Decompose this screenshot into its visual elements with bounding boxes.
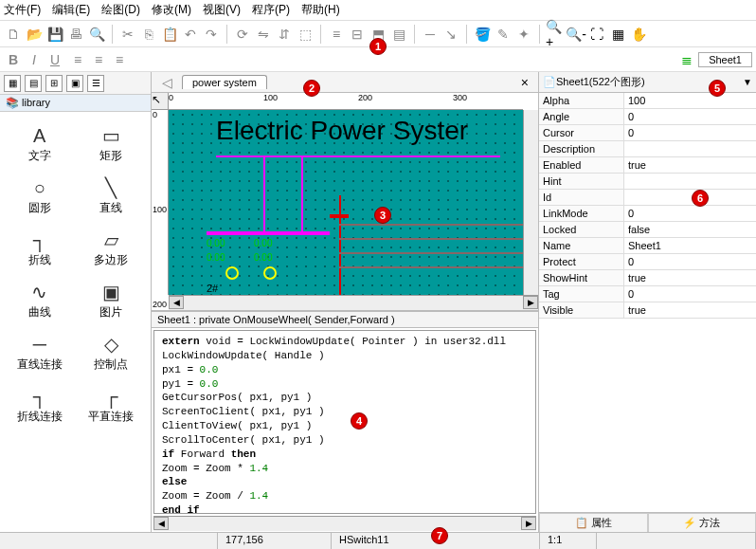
- ruler-vertical: 0100200: [152, 110, 169, 295]
- lib-btn-4[interactable]: ▣: [66, 75, 83, 92]
- layer-icon[interactable]: ▤: [389, 25, 408, 44]
- prop-row-ShowHint[interactable]: ShowHinttrue: [539, 270, 756, 286]
- prop-row-Angle[interactable]: Angle0: [539, 109, 756, 125]
- menu-edit[interactable]: 编辑(E): [52, 2, 90, 18]
- tab-prev-icon[interactable]: ◁: [157, 73, 176, 92]
- distribute-icon[interactable]: ⊟: [348, 25, 367, 44]
- prop-row-Cursor[interactable]: Cursor0: [539, 125, 756, 141]
- prop-row-Visible[interactable]: Visibletrue: [539, 302, 756, 319]
- drawing-canvas[interactable]: Electric Power Syster 0.00 0: [169, 110, 523, 295]
- lib-btn-3[interactable]: ⊞: [45, 75, 63, 92]
- palette-直线连接[interactable]: ─直线连接: [4, 326, 76, 378]
- menu-help[interactable]: 帮助(H): [301, 2, 340, 18]
- menu-draw[interactable]: 绘图(D): [101, 2, 140, 18]
- palette-折线连接[interactable]: ┐折线连接: [4, 378, 76, 430]
- lib-btn-5[interactable]: ☰: [87, 75, 104, 92]
- menu-view[interactable]: 视图(V): [203, 2, 241, 18]
- palette-图片[interactable]: ▣图片: [76, 274, 148, 326]
- underline-icon[interactable]: U: [45, 50, 64, 69]
- prop-row-LinkMode[interactable]: LinkMode0: [539, 206, 756, 222]
- prop-row-Enabled[interactable]: Enabledtrue: [539, 157, 756, 174]
- layers-icon[interactable]: ≣: [677, 50, 696, 69]
- preview-icon[interactable]: 🔍: [87, 25, 106, 44]
- library-panel: ▦ ▤ ⊞ ▣ ☰ 📚 library A文字▭矩形○圆形╲直线┐折线▱多边形∿…: [0, 72, 152, 533]
- effects-icon[interactable]: ✦: [514, 25, 533, 44]
- lib-btn-2[interactable]: ▤: [25, 75, 42, 92]
- prop-row-Id[interactable]: Id: [539, 190, 756, 206]
- prop-row-Locked[interactable]: Lockedfalse: [539, 222, 756, 238]
- palette-直线[interactable]: ╲直线: [76, 170, 148, 222]
- group-icon[interactable]: ⬚: [296, 25, 315, 44]
- palette-文字[interactable]: A文字: [4, 118, 76, 170]
- marker-3: 3: [374, 207, 391, 224]
- align-left-icon[interactable]: ≡: [68, 50, 87, 69]
- shape-palette: A文字▭矩形○圆形╲直线┐折线▱多边形∿曲线▣图片─直线连接◇控制点┐折线连接┌…: [0, 112, 151, 533]
- undo-icon[interactable]: ↶: [181, 25, 200, 44]
- menu-modify[interactable]: 修改(M): [152, 2, 191, 18]
- code-scroll-right-icon[interactable]: ▶: [521, 517, 536, 530]
- palette-多边形[interactable]: ▱多边形: [76, 222, 148, 274]
- center-area: ◁ power system × ↖ 0100200300 0100200 El…: [152, 72, 538, 533]
- status-bar: 177,156 HSwitch11 1:1: [0, 532, 756, 549]
- flip-v-icon[interactable]: ⇵: [275, 25, 294, 44]
- properties-tab-button[interactable]: 📋 属性: [539, 513, 648, 533]
- palette-折线[interactable]: ┐折线: [4, 222, 76, 274]
- canvas-area: ↖ 0100200300 0100200 Electric Power Syst…: [152, 93, 538, 311]
- new-icon[interactable]: 🗋: [4, 25, 23, 44]
- code-editor[interactable]: extern void = LockWindowUpdate( Pointer …: [153, 330, 536, 514]
- code-scroll-left-icon[interactable]: ◀: [153, 517, 169, 530]
- save-icon[interactable]: 💾: [45, 25, 64, 44]
- prop-row-Description[interactable]: Description: [539, 141, 756, 157]
- menu-file[interactable]: 文件(F): [4, 2, 41, 18]
- properties-table[interactable]: Alpha100Angle0Cursor0DescriptionEnabledt…: [539, 93, 756, 512]
- flip-h-icon[interactable]: ⇋: [254, 25, 273, 44]
- palette-曲线[interactable]: ∿曲线: [4, 274, 76, 326]
- stroke-icon[interactable]: ✎: [494, 25, 513, 44]
- sheet-tab[interactable]: Sheet1: [698, 52, 752, 67]
- copy-icon[interactable]: ⎘: [139, 25, 158, 44]
- align-center-icon[interactable]: ≡: [89, 50, 108, 69]
- redo-icon[interactable]: ↷: [202, 25, 221, 44]
- dropdown-icon[interactable]: ▼: [743, 77, 752, 87]
- prop-row-Name[interactable]: NameSheet1: [539, 238, 756, 254]
- prop-row-Hint[interactable]: Hint: [539, 174, 756, 190]
- rotate-icon[interactable]: ⟳: [233, 25, 252, 44]
- cut-icon[interactable]: ✂: [118, 25, 137, 44]
- scroll-left-icon[interactable]: ◀: [169, 296, 184, 309]
- arrow-icon[interactable]: ↘: [441, 25, 460, 44]
- lib-btn-1[interactable]: ▦: [4, 75, 21, 92]
- canvas-scrollbar-v[interactable]: [523, 110, 538, 295]
- palette-矩形[interactable]: ▭矩形: [76, 118, 148, 170]
- ruler-horizontal: 0100200300: [169, 93, 523, 110]
- document-tab[interactable]: power system: [182, 75, 267, 89]
- zoom-fit-icon[interactable]: ⛶: [587, 25, 606, 44]
- scroll-right-icon[interactable]: ▶: [523, 296, 538, 309]
- align-icon[interactable]: ≡: [327, 25, 346, 44]
- palette-控制点[interactable]: ◇控制点: [76, 326, 148, 378]
- prop-row-Protect[interactable]: Protect0: [539, 254, 756, 270]
- prop-row-Tag[interactable]: Tag0: [539, 286, 756, 302]
- marker-5: 5: [709, 80, 726, 97]
- palette-平直连接[interactable]: ┌平直连接: [76, 378, 148, 430]
- bold-icon[interactable]: B: [4, 50, 23, 69]
- marker-2: 2: [303, 80, 320, 97]
- open-icon[interactable]: 📂: [25, 25, 44, 44]
- zoom-out-icon[interactable]: 🔍-: [567, 25, 585, 44]
- fill-icon[interactable]: 🪣: [473, 25, 492, 44]
- pan-icon[interactable]: ✋: [629, 25, 648, 44]
- grid-icon[interactable]: ▦: [608, 25, 627, 44]
- italic-icon[interactable]: I: [25, 50, 44, 69]
- tab-close-icon[interactable]: ×: [517, 75, 532, 90]
- prop-row-Alpha[interactable]: Alpha100: [539, 93, 756, 109]
- code-scrollbar-h[interactable]: ◀ ▶: [153, 516, 536, 531]
- menu-program[interactable]: 程序(P): [252, 2, 290, 18]
- print-icon[interactable]: 🖶: [66, 25, 85, 44]
- align-right-icon[interactable]: ≡: [110, 50, 129, 69]
- palette-圆形[interactable]: ○圆形: [4, 170, 76, 222]
- marker-1: 1: [369, 38, 387, 55]
- zoom-in-icon[interactable]: 🔍+: [546, 25, 565, 44]
- line-icon[interactable]: ─: [421, 25, 440, 44]
- methods-tab-button[interactable]: ⚡ 方法: [648, 513, 757, 533]
- paste-icon[interactable]: 📋: [160, 25, 179, 44]
- canvas-scrollbar-h[interactable]: ◀ ▶: [169, 295, 538, 310]
